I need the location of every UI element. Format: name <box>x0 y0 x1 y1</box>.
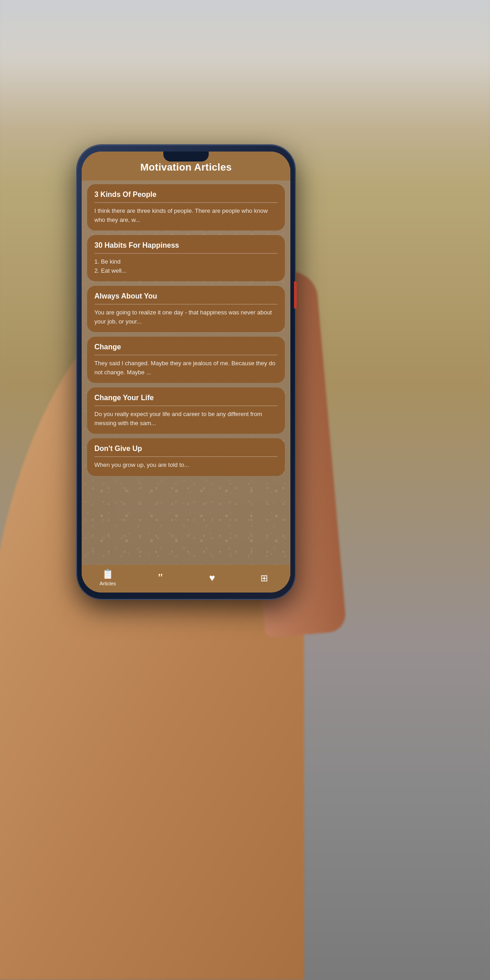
article-card-always-about-you[interactable]: Always About You You are going to realiz… <box>87 286 285 332</box>
side-button <box>294 281 297 309</box>
article-title-three-kinds: 3 Kinds Of People <box>94 191 278 203</box>
nav-item-grid[interactable]: ⊞ <box>251 573 278 583</box>
grid-icon: ⊞ <box>260 573 268 583</box>
article-card-change-your-life[interactable]: Change Your Life Do you really expect yo… <box>87 387 285 434</box>
phone-notch <box>163 152 209 162</box>
article-preview-thirty-habits: 1. Be kind 2. Eat well... <box>94 257 278 275</box>
article-preview-change: They said I changed. Maybe they are jeal… <box>94 359 278 377</box>
article-title-change: Change <box>94 343 278 355</box>
article-preview-three-kinds: I think there are three kinds of people.… <box>94 206 278 224</box>
article-preview-always-about-you: You are going to realize it one day - th… <box>94 308 278 326</box>
heart-icon: ♥ <box>209 573 215 583</box>
article-title-change-your-life: Change Your Life <box>94 394 278 406</box>
phone-device: Motivation Articles 3 Kinds Of People I … <box>77 145 295 599</box>
nav-item-quotes[interactable]: " <box>147 572 174 584</box>
article-card-dont-give-up[interactable]: Don't Give Up When you grow up, you are … <box>87 438 285 476</box>
articles-icon: 📋 <box>102 569 114 579</box>
nav-label-articles: Articles <box>99 581 116 586</box>
quotes-icon: " <box>157 572 163 584</box>
article-card-change[interactable]: Change They said I changed. Maybe they a… <box>87 337 285 383</box>
article-title-always-about-you: Always About You <box>94 292 278 304</box>
article-card-three-kinds[interactable]: 3 Kinds Of People I think there are thre… <box>87 184 285 230</box>
phone-screen: Motivation Articles 3 Kinds Of People I … <box>82 152 290 593</box>
nav-item-articles[interactable]: 📋 Articles <box>94 569 122 586</box>
nav-item-favorites[interactable]: ♥ <box>199 573 226 583</box>
article-title-thirty-habits: 30 Habits For Happiness <box>94 241 278 254</box>
bottom-navigation: 📋 Articles " ♥ ⊞ <box>82 565 290 593</box>
app-title: Motivation Articles <box>140 162 232 173</box>
articles-list: 3 Kinds Of People I think there are thre… <box>82 181 290 565</box>
article-title-dont-give-up: Don't Give Up <box>94 445 278 457</box>
article-preview-dont-give-up: When you grow up, you are told to... <box>94 461 278 470</box>
article-preview-change-your-life: Do you really expect your life and caree… <box>94 410 278 427</box>
article-card-thirty-habits[interactable]: 30 Habits For Happiness 1. Be kind 2. Ea… <box>87 235 285 281</box>
